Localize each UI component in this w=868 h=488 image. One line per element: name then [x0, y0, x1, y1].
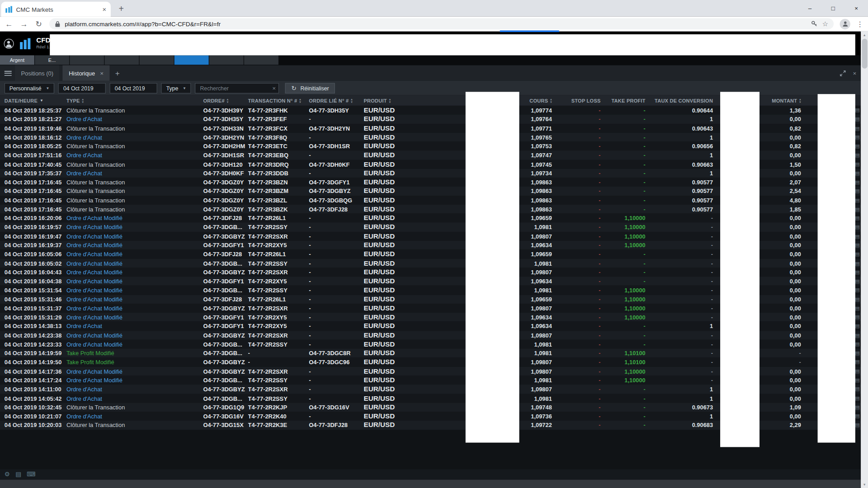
scrollbar-thumb[interactable]: [862, 39, 867, 69]
cell-ordre: O4-77-3DGBYZ: [203, 385, 248, 394]
top-tab-6[interactable]: [209, 55, 244, 65]
bookmark-star-icon[interactable]: ☆: [822, 20, 828, 27]
cell-montant: 0,00: [760, 258, 801, 267]
period-dropdown[interactable]: Personnalisé ▼: [5, 83, 55, 93]
browser-scrollbar[interactable]: ▲ ▼: [861, 32, 868, 488]
panel-close-icon[interactable]: ×: [853, 70, 856, 76]
browser-tab-title: CMC Markets: [16, 6, 99, 13]
tab-historique-close-icon[interactable]: ×: [100, 70, 104, 76]
bottom-toolbar: ⚙ ▤ ⌨: [0, 469, 861, 479]
cell-datetime: 04 Oct 2019 15:31:54: [5, 286, 66, 295]
tab-positions[interactable]: Positions (0): [15, 65, 59, 80]
cell-stop-loss: -: [552, 421, 601, 430]
cell-type: Ordre d'Achat: [66, 412, 203, 421]
cell-stop-loss: -: [552, 331, 601, 340]
profile-avatar[interactable]: [840, 19, 850, 29]
add-tab-button[interactable]: +: [115, 69, 120, 78]
cell-stop-loss: -: [552, 304, 601, 313]
cell-cours: 1,09753: [519, 142, 552, 151]
browser-tab[interactable]: CMC Markets ×: [1, 2, 110, 17]
top-tab-1[interactable]: E...: [35, 55, 69, 65]
column-header-cours[interactable]: COURS▴▾: [519, 98, 552, 103]
column-header-transaction-n-[interactable]: TRANSACTION N° #▴▾: [248, 98, 309, 103]
cell-type: Ordre d'Achat Modifié: [66, 267, 203, 277]
browser-menu-icon[interactable]: ⋮: [856, 19, 863, 28]
reset-button[interactable]: ↻ Réinitialiser: [285, 83, 335, 93]
cell-take-profit: -: [601, 178, 646, 187]
cell-transaction: T4-77-2R2SXR: [248, 304, 309, 313]
cell-take-profit: 1,10000: [601, 295, 646, 304]
date-from-input[interactable]: 04 Oct 2019: [58, 83, 106, 93]
cmc-logo: [20, 38, 30, 49]
cell-transaction: T4-77-2R2XY5: [248, 277, 309, 286]
column-header-montant[interactable]: MONTANT▴▾: [760, 98, 801, 103]
cell-transaction: T4-77-2R3BZL: [248, 196, 309, 205]
cell-datetime: 04 Oct 2019 16:04:38: [5, 277, 66, 286]
sort-icon: ▴▾: [227, 98, 229, 103]
tab-close-icon[interactable]: ×: [103, 5, 107, 13]
scrollbar-up-icon[interactable]: ▲: [861, 32, 868, 38]
top-tab-2[interactable]: [70, 55, 104, 65]
column-header-ordre-[interactable]: ORDRE#▴▾: [203, 98, 248, 103]
cell-type: Ordre d'Achat Modifié: [66, 340, 203, 349]
column-header-ordre-li-n-[interactable]: ORDRE LIÉ N° #▴▾: [309, 98, 363, 103]
cell-datetime: 04 Oct 2019 18:05:25: [5, 142, 66, 151]
top-tab-strip: ArgentE...: [0, 55, 861, 65]
type-dropdown[interactable]: Type ▼: [161, 83, 191, 93]
cell-ordre-lie: -: [309, 241, 363, 250]
address-bar[interactable]: platform.cmcmarkets.com/#/app?b=CMC-CFD&…: [49, 18, 834, 29]
column-header-produit[interactable]: PRODUIT▴▾: [363, 98, 465, 103]
search-clear-icon[interactable]: ×: [272, 84, 276, 91]
key-icon[interactable]: [811, 20, 818, 27]
cell-take-profit: -: [601, 133, 646, 142]
cell-cours: 1,0981: [519, 340, 552, 349]
cell-produit: EUR/USD: [363, 250, 465, 259]
cell-stop-loss: -: [552, 196, 601, 205]
expand-icon[interactable]: [840, 70, 845, 76]
date-to-input[interactable]: 04 Oct 2019: [110, 83, 157, 93]
cell-stop-loss: -: [552, 375, 601, 385]
search-input[interactable]: [200, 85, 270, 91]
top-tab-0[interactable]: Argent: [0, 55, 34, 65]
back-icon[interactable]: ←: [5, 19, 14, 28]
top-tab-3[interactable]: [104, 55, 139, 65]
cell-ordre: O4-77-3DH35Y: [203, 115, 248, 124]
cell-cours: 1,09771: [519, 124, 552, 133]
cell-ordre-lie: -: [309, 250, 363, 259]
tab-historique[interactable]: Historique ×: [63, 65, 110, 80]
cell-transaction: -: [248, 358, 309, 367]
column-header-type[interactable]: TYPE▴▾: [66, 98, 203, 103]
account-icon[interactable]: [4, 38, 14, 48]
cell-datetime: 04 Oct 2019 17:16:45: [5, 178, 66, 187]
cell-ordre-lie: O4-77-3DH2YN: [309, 124, 363, 133]
top-tab-4[interactable]: [140, 55, 174, 65]
forward-icon[interactable]: →: [19, 19, 28, 28]
cell-take-profit: -: [601, 196, 646, 205]
reload-icon[interactable]: ↻: [34, 19, 43, 28]
cell-transaction: T4-77-2R2SSY: [248, 286, 309, 295]
new-tab-button[interactable]: +: [114, 2, 128, 16]
top-tab-5[interactable]: [175, 55, 209, 65]
redaction-box: [466, 92, 519, 442]
cell-montant: 0,00: [760, 375, 801, 385]
cell-ordre-lie: O4-77-3DGC8R: [309, 349, 363, 358]
column-header-date-heure[interactable]: DATE/HEURE▼: [5, 98, 66, 103]
cell-taux-conversion: -: [646, 304, 713, 313]
menu-hamburger-icon[interactable]: [5, 70, 12, 75]
cell-produit: EUR/USD: [363, 358, 465, 367]
keyboard-icon[interactable]: ⌨: [27, 471, 35, 478]
top-tab-7[interactable]: [244, 55, 278, 65]
cell-montant: 0,00: [760, 250, 801, 259]
gear-icon[interactable]: ⚙: [5, 471, 10, 478]
minimize-button[interactable]: –: [798, 0, 821, 17]
document-icon[interactable]: ▤: [15, 471, 21, 478]
cell-ordre-lie: -: [309, 394, 363, 403]
cell-type: Ordre d'Achat Modifié: [66, 304, 203, 313]
type-dropdown-label: Type: [166, 85, 179, 91]
window-close-button[interactable]: ×: [845, 0, 868, 17]
maximize-button[interactable]: □: [821, 0, 844, 17]
cell-ordre: O4-77-3DGB...: [203, 349, 248, 358]
date-to-value: 04 Oct 2019: [115, 85, 145, 91]
scrollbar-down-icon[interactable]: ▼: [861, 481, 868, 488]
cell-ordre: O4-77-3DGB...: [203, 394, 248, 403]
